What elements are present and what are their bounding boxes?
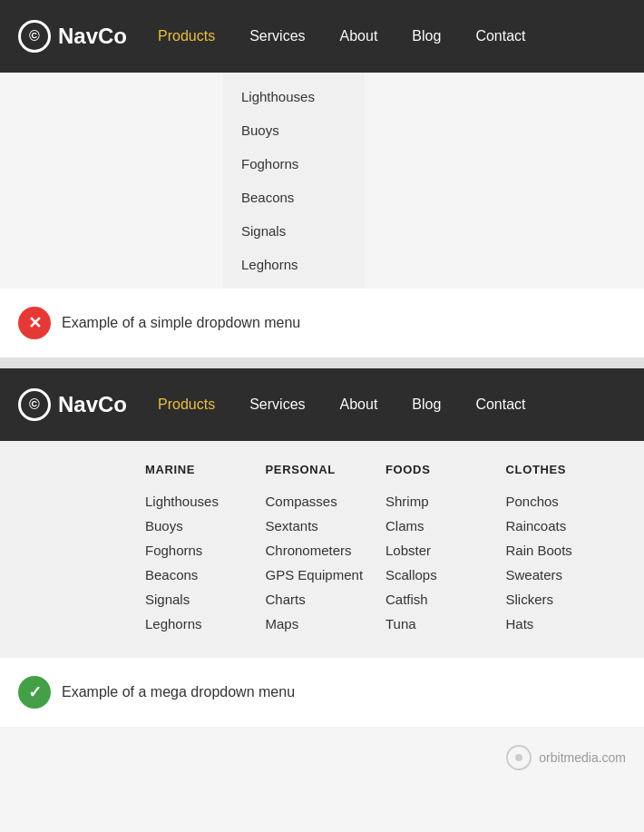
navbar1: © NavCo Products Services About Blog Con…	[0, 0, 644, 73]
footer-text: orbitmedia.com	[539, 750, 626, 765]
mega-dropdown: MARINE Lighthouses Buoys Foghorns Beacon…	[0, 441, 644, 658]
dropdown-item-beacons[interactable]: Beacons	[223, 181, 365, 214]
mega-item-foghorns[interactable]: Foghorns	[145, 538, 266, 563]
mega-item-gps[interactable]: GPS Equipment	[266, 563, 386, 587]
footer-dot	[515, 754, 522, 761]
mega-item-compasses[interactable]: Compasses	[266, 489, 386, 514]
mega-item-slickers[interactable]: Slickers	[506, 587, 627, 612]
good-example-icon: ✓	[18, 676, 51, 709]
mega-item-chronometers[interactable]: Chronometers	[266, 538, 386, 563]
dropdown-item-leghorns[interactable]: Leghorns	[223, 248, 365, 281]
nav-item-blog1[interactable]: Blog	[408, 28, 444, 44]
mega-item-leghorns[interactable]: Leghorns	[145, 612, 266, 636]
brand-name2: NavCo	[58, 392, 127, 417]
nav-item-contact1[interactable]: Contact	[472, 28, 529, 44]
mega-item-clams[interactable]: Clams	[385, 514, 506, 538]
nav-item-blog2[interactable]: Blog	[408, 396, 444, 413]
nav-item-products2[interactable]: Products	[154, 396, 219, 413]
example2-section: © NavCo Products Services About Blog Con…	[0, 368, 644, 727]
nav-list2: Products Services About Blog Contact	[154, 396, 529, 413]
nav-list1: Products Services About Blog Contact	[154, 28, 529, 44]
mega-col-header-personal: PERSONAL	[266, 463, 386, 476]
mega-item-charts[interactable]: Charts	[266, 587, 386, 612]
example1-label: ✕ Example of a simple dropdown menu	[0, 289, 644, 357]
footer-icon	[506, 745, 532, 770]
mega-col-header-clothes: CLOTHES	[506, 463, 627, 476]
mega-item-signals[interactable]: Signals	[145, 587, 266, 612]
mega-columns: MARINE Lighthouses Buoys Foghorns Beacon…	[145, 463, 626, 636]
bad-example-icon: ✕	[18, 307, 51, 339]
page-footer: orbitmedia.com	[0, 727, 644, 788]
mega-item-shrimp[interactable]: Shrimp	[385, 489, 506, 514]
mega-item-sweaters[interactable]: Sweaters	[506, 563, 627, 587]
nav-item-about2[interactable]: About	[337, 396, 382, 413]
mega-col-personal: PERSONAL Compasses Sextants Chronometers…	[266, 463, 386, 636]
mega-item-catfish[interactable]: Catfish	[385, 587, 506, 612]
nav-item-about1[interactable]: About	[337, 28, 382, 44]
mega-item-scallops[interactable]: Scallops	[385, 563, 506, 587]
mega-item-tuna[interactable]: Tuna	[385, 612, 506, 636]
mega-col-clothes: CLOTHES Ponchos Raincoats Rain Boots Swe…	[506, 463, 627, 636]
mega-item-hats[interactable]: Hats	[506, 612, 627, 636]
mega-item-lobster[interactable]: Lobster	[385, 538, 506, 563]
brand-icon2: ©	[18, 388, 51, 421]
mega-col-header-marine: MARINE	[145, 463, 266, 476]
dropdown-item-foghorns[interactable]: Foghorns	[223, 147, 365, 181]
dropdown-item-buoys[interactable]: Buoys	[223, 113, 365, 147]
mega-col-foods: FOODS Shrimp Clams Lobster Scallops Catf…	[385, 463, 506, 636]
mega-item-ponchos[interactable]: Ponchos	[506, 489, 627, 514]
example2-text: Example of a mega dropdown menu	[62, 684, 295, 700]
brand-name1: NavCo	[58, 24, 127, 49]
mega-item-maps[interactable]: Maps	[266, 612, 386, 636]
example2-label: ✓ Example of a mega dropdown menu	[0, 658, 644, 727]
nav-item-services1[interactable]: Services	[246, 28, 308, 44]
dropdown-item-lighthouses[interactable]: Lighthouses	[223, 80, 365, 113]
brand2[interactable]: © NavCo	[18, 388, 127, 421]
mega-item-raincoats[interactable]: Raincoats	[506, 514, 627, 538]
nav-item-services2[interactable]: Services	[246, 396, 308, 413]
example1-section: © NavCo Products Services About Blog Con…	[0, 0, 644, 357]
mega-item-sextants[interactable]: Sextants	[266, 514, 386, 538]
mega-col-marine: MARINE Lighthouses Buoys Foghorns Beacon…	[145, 463, 266, 636]
dropdown-item-signals[interactable]: Signals	[223, 214, 365, 248]
nav-item-products1[interactable]: Products	[154, 28, 219, 44]
section-divider	[0, 357, 644, 368]
navbar2: © NavCo Products Services About Blog Con…	[0, 368, 644, 441]
mega-item-lighthouses[interactable]: Lighthouses	[145, 489, 266, 514]
example1-text: Example of a simple dropdown menu	[62, 315, 300, 331]
nav-item-contact2[interactable]: Contact	[472, 396, 529, 413]
mega-item-buoys[interactable]: Buoys	[145, 514, 266, 538]
brand1[interactable]: © NavCo	[18, 20, 127, 53]
brand-icon1: ©	[18, 20, 51, 53]
mega-item-rainboots[interactable]: Rain Boots	[506, 538, 627, 563]
mega-item-beacons[interactable]: Beacons	[145, 563, 266, 587]
simple-dropdown: Lighthouses Buoys Foghorns Beacons Signa…	[223, 73, 365, 289]
mega-col-header-foods: FOODS	[385, 463, 506, 476]
